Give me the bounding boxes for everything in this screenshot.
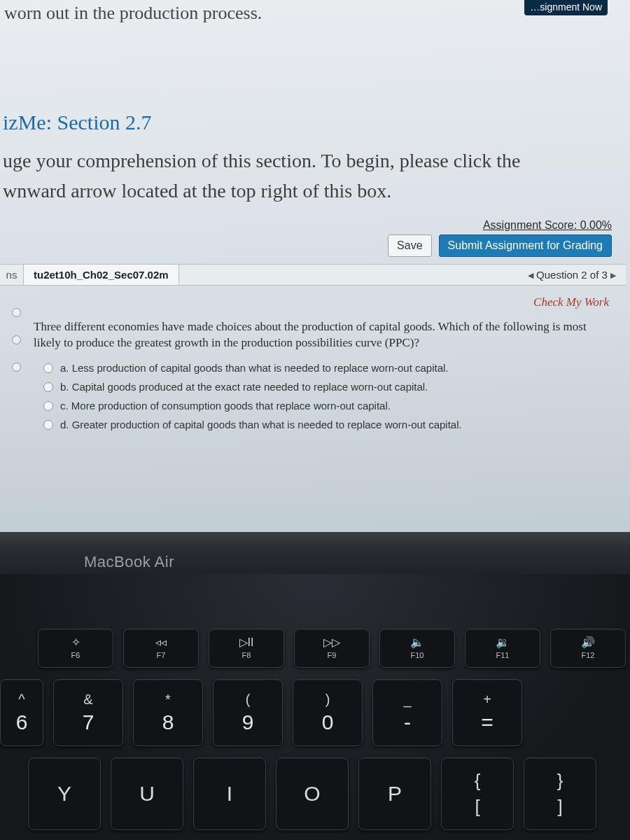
step-dot[interactable]: [12, 308, 21, 317]
key-lower-glyph: 6: [16, 710, 28, 734]
number-key-row: ^6&7*8(9)0_-+=: [0, 673, 630, 752]
key-upper-glyph: ^: [18, 692, 24, 708]
key-lower-glyph: 0: [322, 710, 334, 734]
instructions-line-2: wnward arrow located at the top right of…: [3, 180, 391, 202]
next-question-icon[interactable]: ▶: [610, 271, 616, 279]
step-dots: [7, 308, 25, 390]
key-upper-glyph: _: [403, 692, 411, 708]
media-glyph-icon: 🔈: [410, 637, 424, 648]
question-text: Three different economies have made choi…: [0, 316, 626, 351]
step-dot[interactable]: [12, 363, 21, 372]
key-f8[interactable]: ▷IIF8: [209, 629, 284, 668]
key-9[interactable]: (9: [213, 679, 283, 746]
key-glyph: U: [139, 782, 155, 806]
answer-option-b[interactable]: b. Capital goods produced at the exact r…: [43, 377, 619, 396]
key-0[interactable]: )0: [293, 679, 363, 746]
key-upper-glyph: +: [483, 692, 491, 708]
media-glyph-icon: 🔊: [581, 637, 595, 648]
media-glyph-icon: ▷▷: [323, 637, 340, 648]
key-Y[interactable]: Y: [28, 757, 101, 830]
key-upper-glyph: *: [165, 692, 171, 708]
question-counter: Question 2 of 3: [536, 269, 608, 281]
letter-key-row: YUIOP{[}]: [0, 752, 630, 836]
key-upper-glyph: ): [326, 692, 330, 708]
key-upper-glyph: }: [557, 770, 564, 792]
tab-active-question[interactable]: tu2et10h_Ch02_Sec07.02m: [24, 265, 179, 285]
radio-icon[interactable]: [43, 382, 53, 392]
key-8[interactable]: *8: [133, 679, 203, 746]
key-glyph: P: [388, 782, 402, 806]
answer-option-a[interactable]: a. Less production of capital goods than…: [43, 358, 619, 377]
radio-icon[interactable]: [43, 401, 53, 411]
assignment-now-badge: …signment Now: [524, 0, 608, 15]
key-upper-glyph: (: [246, 692, 251, 708]
radio-icon[interactable]: [43, 420, 53, 430]
instructions-line-1: uge your comprehension of this section. …: [3, 150, 520, 172]
key-U[interactable]: U: [111, 757, 183, 830]
key-P[interactable]: P: [358, 757, 431, 830]
key-f10[interactable]: 🔈F10: [379, 629, 455, 668]
key-label: F9: [328, 651, 337, 659]
key-label: F7: [157, 651, 166, 659]
key-label: F11: [496, 651, 510, 659]
key-lower-glyph: -: [404, 710, 411, 734]
key-f7[interactable]: ◃◃F7: [123, 629, 199, 668]
key-O[interactable]: O: [276, 757, 349, 830]
key-[interactable]: +=: [452, 679, 522, 746]
answer-label: c. More production of consumption goods …: [60, 400, 391, 412]
key-label: F8: [242, 651, 251, 659]
answer-label: b. Capital goods produced at the exact r…: [60, 381, 428, 393]
key-glyph: Y: [57, 782, 71, 806]
key-[interactable]: {[: [441, 757, 514, 830]
key-lower-glyph: =: [481, 710, 493, 734]
laptop-keyboard: ✧F6◃◃F7▷IIF8▷▷F9🔈F10🔉F11🔊F12 ^6&7*8(9)0_…: [0, 574, 630, 840]
answer-list: a. Less production of capital goods than…: [0, 351, 626, 434]
key-label: F6: [71, 651, 80, 659]
key-I[interactable]: I: [193, 757, 266, 830]
tab-stub[interactable]: ns: [0, 265, 24, 285]
key-[interactable]: _-: [372, 679, 442, 746]
function-key-row: ✧F6◃◃F7▷IIF8▷▷F9🔈F10🔉F11🔊F12: [0, 623, 630, 673]
key-glyph: O: [304, 782, 320, 806]
media-glyph-icon: ◃◃: [155, 637, 167, 648]
key-upper-glyph: &: [83, 692, 92, 708]
key-6[interactable]: ^6: [0, 679, 43, 746]
key-f6[interactable]: ✧F6: [38, 629, 113, 668]
media-glyph-icon: ✧: [71, 637, 80, 648]
submit-button[interactable]: Submit Assignment for Grading: [439, 234, 612, 257]
key-label: F12: [582, 651, 595, 659]
check-my-work-row: Check My Work: [0, 286, 626, 316]
question-nav[interactable]: ◀ Question 2 of 3 ▶: [518, 265, 626, 285]
answer-label: a. Less production of capital goods than…: [60, 362, 449, 374]
key-[interactable]: }]: [524, 757, 596, 830]
media-glyph-icon: 🔉: [496, 637, 510, 648]
key-7[interactable]: &7: [53, 679, 123, 746]
answer-option-d[interactable]: d. Greater production of capital goods t…: [43, 415, 619, 434]
answer-option-c[interactable]: c. More production of consumption goods …: [43, 396, 619, 415]
media-glyph-icon: ▷II: [239, 637, 254, 648]
radio-icon[interactable]: [43, 363, 53, 373]
laptop-model-label: MacBook Air: [84, 553, 174, 571]
key-f9[interactable]: ▷▷F9: [294, 629, 370, 668]
key-glyph: I: [227, 782, 232, 806]
key-lower-glyph: 8: [162, 710, 174, 734]
section-heading: izMe: Section 2.7: [0, 34, 626, 146]
key-lower-glyph: 7: [83, 710, 94, 734]
question-tab-bar: ns tu2et10h_Ch02_Sec07.02m ◀ Question 2 …: [0, 264, 626, 286]
key-label: F10: [411, 651, 424, 659]
key-lower-glyph: [: [475, 796, 479, 818]
key-lower-glyph: 9: [242, 710, 254, 734]
key-lower-glyph: ]: [557, 796, 562, 818]
action-buttons: Save Submit Assignment for Grading: [0, 234, 626, 264]
prev-question-icon[interactable]: ◀: [528, 271, 533, 279]
laptop-screen: …signment Now worn out in the production…: [0, 0, 630, 532]
save-button[interactable]: Save: [388, 234, 431, 257]
key-upper-glyph: {: [475, 770, 481, 792]
assignment-score[interactable]: Assignment Score: 0.00%: [0, 206, 626, 234]
step-dot[interactable]: [12, 335, 21, 344]
key-f11[interactable]: 🔉F11: [465, 629, 540, 668]
check-my-work-link[interactable]: Check My Work: [533, 295, 609, 309]
answer-label: d. Greater production of capital goods t…: [60, 419, 462, 430]
key-f12[interactable]: 🔊F12: [550, 629, 626, 668]
instructions-text: uge your comprehension of this section. …: [0, 146, 626, 206]
